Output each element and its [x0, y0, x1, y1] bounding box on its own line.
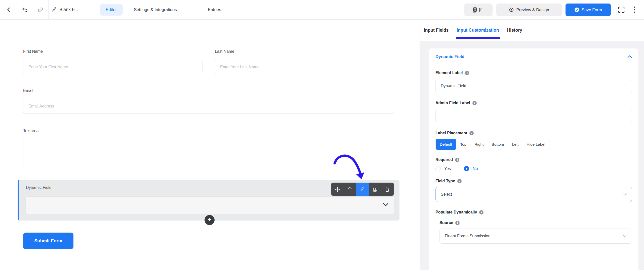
element-label-input[interactable]: [435, 79, 632, 93]
dynamic-field-block-selected[interactable]: Dynamic Field: [18, 180, 399, 221]
preview-design-label: Preview & Design: [516, 8, 549, 12]
admin-field-label-text: Admin Field Label: [435, 101, 470, 105]
form-editor-canvas: First Name Last Name Email Textarea Dyna…: [0, 20, 420, 270]
preview-design-button[interactable]: Preview & Design: [496, 4, 562, 16]
divider: [48, 0, 49, 19]
card-title: Dynamic Field: [435, 54, 464, 59]
first-name-input[interactable]: [23, 60, 203, 74]
field-label-first-name: First Name: [23, 49, 43, 54]
check-circle-icon: [574, 7, 579, 12]
placement-option-default[interactable]: Default: [436, 139, 456, 150]
info-icon[interactable]: i: [472, 101, 477, 105]
source-text: Source: [439, 221, 453, 225]
kebab-dots-icon: [634, 7, 635, 13]
copy-shortcode-icon: [472, 7, 477, 13]
chevron-down-icon: [383, 203, 388, 206]
element-label-text: Element Label: [435, 71, 463, 75]
populate-dynamically-text: Populate Dynamically: [435, 210, 477, 214]
label-placement-segmented-control: Default Top Right Bottom Left Hide Label: [435, 139, 549, 150]
fullscreen-button[interactable]: [614, 0, 628, 19]
preview-eye-icon: [509, 7, 514, 12]
undo-button[interactable]: [19, 0, 30, 19]
source-select[interactable]: Fluent Forms Submission: [439, 229, 632, 244]
shortcode-button-label: [f...: [479, 8, 485, 12]
placement-option-hide-label[interactable]: Hide Label: [522, 139, 549, 150]
placement-option-bottom[interactable]: Bottom: [488, 139, 508, 150]
field-type-text: Field Type: [435, 179, 455, 183]
card-header[interactable]: Dynamic Field: [429, 48, 638, 65]
input-customization-card: Dynamic Field Element Label i Admin Fiel…: [429, 48, 638, 270]
chevron-left-icon: [6, 7, 11, 12]
label-placement-text: Label Placement: [435, 131, 467, 135]
admin-field-label-input[interactable]: [435, 109, 632, 123]
label-placement-row: Label Placement i: [435, 131, 632, 135]
delete-field-button[interactable]: [381, 183, 394, 196]
top-toolbar: Blank F... Editor Settings & Integration…: [0, 0, 644, 20]
tab-settings-integrations[interactable]: Settings & Integrations: [134, 0, 177, 19]
trash-icon: [385, 187, 390, 192]
tab-input-customization[interactable]: Input Customization: [457, 20, 499, 41]
textarea-input[interactable]: [23, 140, 394, 169]
shortcode-button[interactable]: [f...: [464, 4, 493, 16]
populate-dynamically-row: Populate Dynamically i: [435, 210, 632, 214]
field-action-toolbar: [331, 183, 394, 196]
edit-title-pencil-icon: [51, 7, 57, 13]
arrow-up-icon: [348, 187, 352, 192]
field-type-select[interactable]: Select: [435, 187, 632, 202]
required-no-label: No: [473, 167, 478, 171]
chevron-down-icon: [623, 235, 627, 237]
tab-input-fields[interactable]: Input Fields: [424, 20, 449, 41]
add-field-button[interactable]: +: [205, 215, 215, 225]
last-name-input[interactable]: [215, 60, 394, 74]
field-label-dynamic-field: Dynamic Field: [26, 185, 51, 190]
more-options-button[interactable]: [629, 0, 639, 19]
radio-unchecked-icon: [435, 166, 441, 171]
duplicate-field-button[interactable]: [369, 183, 381, 196]
undo-icon: [21, 7, 28, 13]
email-input[interactable]: [23, 99, 394, 114]
form-title-group[interactable]: Blank F...: [51, 0, 78, 19]
tab-entries[interactable]: Entries: [208, 0, 221, 19]
required-radio-group: Yes No: [435, 166, 632, 171]
save-form-button[interactable]: Save Form: [566, 4, 611, 16]
field-type-row: Field Type i: [435, 179, 632, 183]
form-title: Blank F...: [59, 7, 78, 12]
required-text: Required: [435, 157, 453, 162]
info-icon[interactable]: i: [457, 179, 462, 183]
panel-tab-bar: Input Fields Input Customization History: [420, 20, 644, 41]
chevron-down-icon: [623, 193, 627, 196]
required-option-no[interactable]: No: [464, 166, 478, 171]
tab-editor[interactable]: Editor: [100, 4, 123, 16]
admin-field-label-row: Admin Field Label i: [435, 101, 632, 105]
redo-icon: [37, 7, 44, 13]
dynamic-field-select[interactable]: [25, 196, 395, 214]
field-type-value: Select: [441, 192, 452, 197]
back-button[interactable]: [4, 0, 14, 19]
required-option-yes[interactable]: Yes: [435, 166, 451, 171]
radio-checked-icon: [464, 166, 469, 171]
info-icon[interactable]: i: [465, 71, 469, 75]
move-up-button[interactable]: [344, 183, 356, 196]
info-icon[interactable]: i: [455, 158, 459, 162]
submit-form-button[interactable]: Submit Form: [23, 233, 73, 249]
edit-pencil-icon: [360, 187, 365, 192]
info-icon[interactable]: i: [469, 131, 474, 135]
source-row: Source i: [439, 221, 632, 225]
field-label-textarea: Textarea: [23, 129, 38, 133]
tab-history[interactable]: History: [507, 20, 522, 41]
chevron-up-icon[interactable]: [627, 55, 632, 58]
placement-option-right[interactable]: Right: [470, 139, 488, 150]
edit-field-button[interactable]: [356, 183, 369, 196]
move-field-button[interactable]: [331, 183, 344, 196]
placement-option-top[interactable]: Top: [456, 139, 470, 150]
source-value: Fluent Forms Submission: [445, 234, 490, 238]
info-icon[interactable]: i: [455, 221, 460, 225]
save-form-label: Save Form: [582, 8, 602, 12]
placement-option-left[interactable]: Left: [508, 139, 522, 150]
element-label-row: Element Label i: [435, 71, 632, 75]
divider: [92, 0, 92, 19]
field-label-email: Email: [23, 88, 33, 93]
fullscreen-expand-icon: [618, 6, 625, 13]
redo-button[interactable]: [35, 0, 46, 19]
info-icon[interactable]: i: [479, 210, 484, 214]
